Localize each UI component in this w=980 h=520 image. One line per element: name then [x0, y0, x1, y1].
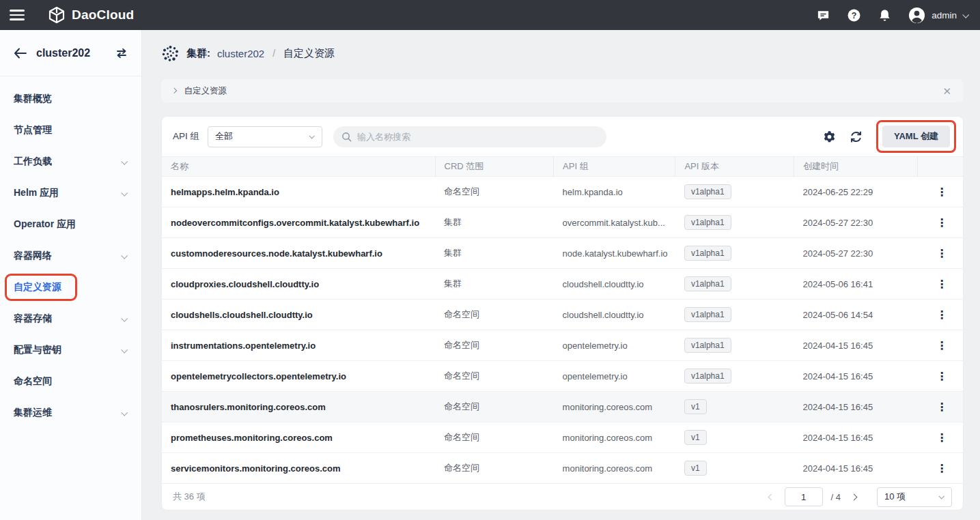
table-row[interactable]: thanosrulers.monitoring.coreos.com 命名空间 … — [162, 392, 963, 422]
table-row[interactable]: helmapps.helm.kpanda.io 命名空间 helm.kpanda… — [162, 177, 963, 207]
kebab-menu-icon[interactable]: ⋮ — [936, 371, 947, 382]
table-row[interactable]: instrumentations.opentelemetry.io 命名空间 o… — [162, 330, 963, 361]
pagination: / 4 10 项 — [766, 487, 952, 507]
hamburger-menu-icon[interactable] — [10, 10, 25, 20]
crd-created-time: 2024-05-27 22:30 — [794, 238, 917, 269]
crd-created-time: 2024-04-15 16:45 — [794, 361, 917, 392]
table-row[interactable]: cloudproxies.cloudshell.cloudtty.io 集群 c… — [162, 269, 963, 300]
kebab-menu-icon[interactable]: ⋮ — [936, 217, 947, 229]
crd-created-time: 2024-05-06 16:41 — [794, 269, 917, 300]
table-row[interactable]: cloudshells.cloudshell.cloudtty.io 命名空间 … — [162, 300, 963, 330]
table-row[interactable]: servicemonitors.monitoring.coreos.com 命名… — [162, 453, 963, 484]
table-row[interactable]: nodeovercommitconfigs.overcommit.katalys… — [162, 207, 963, 238]
crd-api-group: opentelemetry.io — [554, 361, 675, 392]
refresh-icon[interactable] — [850, 130, 863, 143]
back-arrow-icon[interactable] — [14, 48, 27, 59]
page-size-select[interactable]: 10 项 — [877, 487, 952, 507]
crd-created-time: 2024-05-27 22:30 — [794, 207, 917, 238]
column-header-3: API 版本 — [675, 157, 794, 177]
crd-name: prometheuses.monitoring.coreos.com — [171, 433, 333, 443]
kebab-menu-icon[interactable]: ⋮ — [936, 278, 947, 290]
column-header-actions — [917, 157, 963, 177]
column-header-0: 名称 — [162, 157, 435, 177]
gear-icon[interactable] — [823, 130, 836, 143]
sidebar-item-1[interactable]: 节点管理 — [0, 115, 141, 146]
crd-name: opentelemetrycollectors.opentelemetry.io — [171, 371, 346, 381]
sidebar-item-4[interactable]: Operator 应用 — [0, 209, 141, 240]
search-input[interactable] — [357, 132, 598, 142]
breadcrumb-separator: / — [271, 48, 277, 59]
main-content: 集群: cluster202 / 自定义资源 自定义资源 ✕ API 组 全部 — [142, 30, 980, 520]
message-icon[interactable] — [816, 8, 830, 23]
crd-scope: 命名空间 — [435, 361, 554, 392]
breadcrumb: 集群: cluster202 / 自定义资源 — [161, 40, 964, 67]
sidebar-item-9[interactable]: 命名空间 — [0, 366, 141, 397]
crd-api-group: monitoring.coreos.com — [554, 453, 675, 484]
page-size-value: 10 项 — [884, 491, 939, 503]
crd-scope: 命名空间 — [435, 422, 554, 453]
collapsible-info-banner: 自定义资源 ✕ — [161, 79, 964, 102]
sidebar-item-8[interactable]: 配置与密钥 — [0, 334, 141, 366]
crd-table: 名称CRD 范围API 组API 版本创建时间 helmapps.helm.kp… — [162, 156, 963, 484]
sidebar-item-6[interactable]: 自定义资源 — [0, 272, 141, 303]
crd-api-group: node.katalyst.kubewharf.io — [554, 238, 675, 269]
kebab-menu-icon[interactable]: ⋮ — [936, 401, 947, 413]
svg-text:?: ? — [852, 10, 857, 20]
api-group-select[interactable]: 全部 — [208, 126, 322, 147]
sidebar-item-3[interactable]: Helm 应用 — [0, 177, 141, 209]
crd-api-group: overcommit.katalyst.kub... — [554, 207, 675, 238]
crd-created-time: 2024-04-15 16:45 — [794, 422, 917, 453]
api-version-badge: v1alpha1 — [684, 215, 731, 230]
crd-api-group: cloudshell.cloudtty.io — [554, 269, 675, 300]
crd-scope: 命名空间 — [435, 330, 554, 361]
user-menu[interactable]: admin — [908, 7, 968, 24]
crd-created-time: 2024-04-15 16:45 — [794, 330, 917, 361]
prev-page-icon[interactable] — [766, 492, 776, 502]
notification-bell-icon[interactable] — [878, 8, 892, 23]
kebab-menu-icon[interactable]: ⋮ — [936, 248, 947, 259]
sidebar-item-0[interactable]: 集群概览 — [0, 83, 141, 115]
crd-name: instrumentations.opentelemetry.io — [171, 341, 316, 351]
help-icon[interactable]: ? — [847, 8, 861, 23]
crd-scope: 集群 — [435, 207, 554, 238]
sidebar-item-2[interactable]: 工作负载 — [0, 146, 141, 177]
next-page-icon[interactable] — [849, 492, 859, 502]
crd-scope: 集群 — [435, 269, 554, 300]
sidebar-item-7[interactable]: 容器存储 — [0, 303, 141, 334]
column-header-2: API 组 — [554, 157, 675, 177]
cluster-dots-icon — [161, 44, 180, 63]
crd-name: customnoderesources.node.katalyst.kubewh… — [171, 248, 382, 259]
crd-name: thanosrulers.monitoring.coreos.com — [171, 402, 326, 412]
brand-logo[interactable]: DaoCloud — [48, 6, 134, 24]
crd-api-group: monitoring.coreos.com — [554, 422, 675, 453]
annotation-box: YAML 创建 — [876, 120, 956, 153]
crd-scope: 集群 — [435, 238, 554, 269]
crd-created-time: 2024-06-25 22:29 — [794, 177, 917, 207]
kebab-menu-icon[interactable]: ⋮ — [936, 186, 947, 198]
chevron-down-icon — [121, 346, 128, 353]
api-group-selected-value: 全部 — [215, 130, 309, 143]
crd-scope: 命名空间 — [435, 177, 554, 207]
sidebar-item-10[interactable]: 集群运维 — [0, 397, 141, 429]
kebab-menu-icon[interactable]: ⋮ — [936, 340, 947, 351]
page-number-input[interactable] — [785, 487, 823, 506]
close-icon[interactable]: ✕ — [941, 85, 953, 98]
chevron-right-icon[interactable] — [171, 88, 177, 93]
table-row[interactable]: opentelemetrycollectors.opentelemetry.io… — [162, 361, 963, 392]
kebab-menu-icon[interactable]: ⋮ — [936, 463, 947, 474]
table-footer: 共 36 项 / 4 10 项 — [162, 484, 963, 510]
yaml-create-button[interactable]: YAML 创建 — [882, 126, 950, 147]
crd-name: cloudshells.cloudshell.cloudtty.io — [171, 310, 313, 320]
crd-created-time: 2024-04-15 16:45 — [794, 392, 917, 422]
breadcrumb-cluster-link[interactable]: cluster202 — [217, 48, 264, 59]
breadcrumb-current: 自定义资源 — [283, 47, 335, 60]
sidebar-item-5[interactable]: 容器网络 — [0, 240, 141, 272]
daocloud-logo-icon — [48, 6, 66, 24]
table-row[interactable]: customnoderesources.node.katalyst.kubewh… — [162, 238, 963, 269]
kebab-menu-icon[interactable]: ⋮ — [936, 309, 947, 321]
crd-api-group: cloudshell.cloudtty.io — [554, 300, 675, 330]
switch-cluster-icon[interactable] — [115, 48, 128, 59]
crd-table-card: API 组 全部 — [161, 116, 964, 510]
kebab-menu-icon[interactable]: ⋮ — [936, 432, 947, 444]
table-row[interactable]: prometheuses.monitoring.coreos.com 命名空间 … — [162, 422, 963, 453]
